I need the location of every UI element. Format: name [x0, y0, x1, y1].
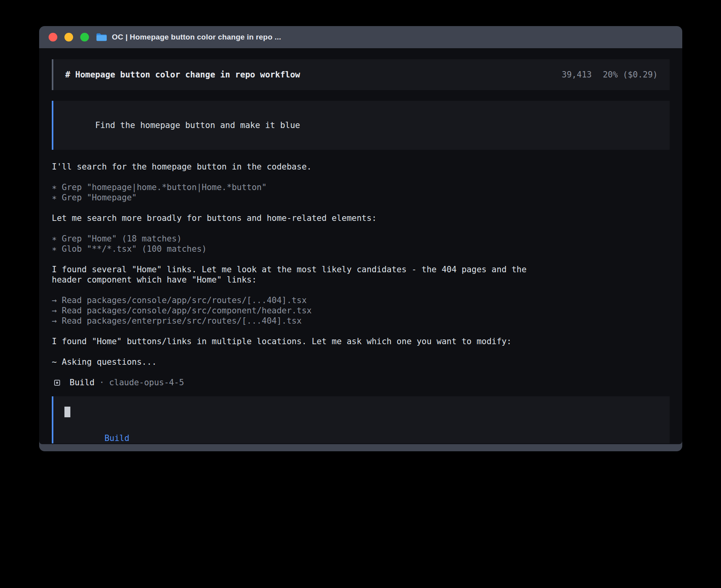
- titlebar-title-group: OC | Homepage button color change in rep…: [96, 33, 281, 41]
- session-usage: 39,413 20% ($0.29): [562, 70, 658, 80]
- spacer: [52, 172, 670, 182]
- agent-icon-dot: [56, 382, 58, 384]
- input-meta-row: Build Claude Opus 4.5 OpenCode Zen: [64, 423, 659, 433]
- spacer: [52, 203, 670, 213]
- file-read-line: → Read packages/console/app/src/routes/[…: [52, 295, 670, 305]
- agent-model-label: claude-opus-4-5: [109, 377, 184, 388]
- agent-status-line: Build · claude-opus-4-5: [52, 377, 670, 388]
- zoom-window-button[interactable]: [80, 33, 89, 41]
- file-read-line: → Read packages/enterprise/src/routes/[.…: [52, 316, 670, 326]
- assistant-transcript: I'll search for the homepage button in t…: [52, 162, 670, 367]
- terminal-content: # Homepage button color change in repo w…: [39, 48, 682, 444]
- spacer: [52, 285, 670, 295]
- folder-icon: [96, 33, 107, 41]
- spacer: [52, 326, 670, 336]
- spacer: [52, 223, 670, 234]
- file-read-line: → Read packages/console/app/src/componen…: [52, 305, 670, 316]
- assistant-status-line: ~ Asking questions...: [52, 357, 670, 367]
- assistant-text-line: I found "Home" buttons/links in multiple…: [52, 336, 670, 347]
- user-message: Find the homepage button and make it blu…: [52, 101, 670, 150]
- spacer: [52, 347, 670, 357]
- tool-call-line: ∗ Grep "Home" (18 matches): [52, 234, 670, 244]
- prompt-input[interactable]: Build Claude Opus 4.5 OpenCode Zen: [52, 396, 670, 443]
- window-controls: [49, 33, 89, 41]
- assistant-text-line: I'll search for the homepage button in t…: [52, 162, 670, 172]
- assistant-text-line: Let me search more broadly for buttons a…: [52, 213, 670, 223]
- assistant-text-line: I found several "Home" links. Let me loo…: [52, 264, 670, 275]
- tool-call-line: ∗ Glob "**/*.tsx" (100 matches): [52, 244, 670, 254]
- terminal-window: OC | Homepage button color change in rep…: [39, 26, 682, 451]
- token-count: 39,413: [562, 70, 592, 80]
- session-header: # Homepage button color change in repo w…: [52, 59, 670, 90]
- context-usage: 20% ($0.29): [603, 70, 658, 80]
- agent-mode-label[interactable]: Build: [104, 433, 129, 443]
- agent-name-label: Build: [70, 377, 94, 388]
- window-title: OC | Homepage button color change in rep…: [112, 33, 281, 41]
- session-title: # Homepage button color change in repo w…: [65, 70, 300, 80]
- tool-call-line: ∗ Grep "Homepage": [52, 192, 670, 203]
- minimize-window-button[interactable]: [64, 33, 73, 41]
- tool-call-line: ∗ Grep "homepage|home.*button|Home.*butt…: [52, 182, 670, 192]
- model-label[interactable]: Claude Opus 4.5: [115, 444, 190, 444]
- window-titlebar[interactable]: OC | Homepage button color change in rep…: [39, 26, 682, 48]
- agent-icon: [54, 380, 60, 386]
- close-window-button[interactable]: [49, 33, 57, 41]
- spacer: [52, 254, 670, 264]
- agent-separator: ·: [99, 377, 104, 388]
- user-message-text: Find the homepage button and make it blu…: [95, 121, 300, 130]
- text-cursor: [64, 407, 70, 417]
- assistant-text-line: header component which have "Home" links…: [52, 275, 670, 285]
